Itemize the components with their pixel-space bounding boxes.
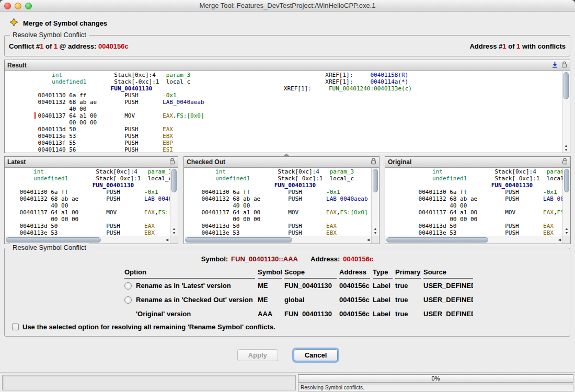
option-radio-0[interactable] (124, 282, 132, 290)
listing-token: PUSH (505, 229, 519, 236)
listing-line: 00401132 68 ab ae PUSH LAB_0040aeab (184, 195, 371, 202)
listing-token: FS:[0x0] (557, 209, 562, 216)
column-header-option: Option (124, 268, 255, 279)
listing-token: 40 00 (69, 106, 86, 112)
vertical-scrollbar[interactable]: ▲▼ (170, 168, 178, 236)
listing-token (477, 209, 505, 216)
listing-token (298, 209, 326, 216)
scrollbar-thumb[interactable] (6, 237, 101, 243)
listing-token: 0040113d 50 (38, 126, 76, 133)
horizontal-scrollbar[interactable]: ◀▶ (385, 236, 570, 244)
cell-address: 0040156c (339, 282, 370, 290)
listing-token: EAX (144, 209, 155, 216)
listing-token: FUN_00401130 (111, 85, 152, 92)
conflict-table-header: OptionSymbolScopeAddressTypePrimarySourc… (124, 268, 473, 279)
scrollbar-thumb[interactable] (171, 169, 177, 192)
scrollbar-thumb[interactable] (386, 237, 488, 243)
listing-line: 0040113e 53 PUSH EBX (7, 133, 562, 140)
listing-token (44, 168, 96, 175)
listing-line: 40 00 (184, 202, 371, 209)
lock-icon[interactable] (561, 61, 567, 70)
listing-token: 00401137 64 a1 00 (38, 112, 97, 119)
listing-token: PUSH (124, 133, 139, 140)
listing-token: XREF[1]: (284, 85, 329, 92)
listing-line: 00401137 64 a1 00 MOV EAX,FS:[0x0] (387, 209, 562, 216)
listing-token (139, 92, 163, 99)
latest-panel-title: Latest (7, 158, 169, 166)
listing-token: 0040113e 53 (20, 229, 58, 236)
listing-token (7, 92, 38, 99)
listing-token (387, 209, 419, 216)
listing-token: FS:[0x0] (177, 112, 204, 119)
option-radio-1[interactable] (124, 296, 132, 304)
lock-icon[interactable] (169, 157, 175, 167)
listing-line: 00401130 6a ff PUSH -0x1 (184, 189, 371, 195)
listing-token (7, 85, 111, 92)
listing-token (68, 175, 96, 182)
listing-token: FS:[0x0] (340, 209, 368, 216)
scrollbar-thumb[interactable] (564, 72, 569, 99)
listing-line: 00 00 00 (184, 216, 371, 223)
cell-primary: true (395, 296, 421, 304)
listing-token (7, 78, 52, 85)
horizontal-scrollbar[interactable]: ◀▶ (5, 236, 178, 244)
listing-token (302, 223, 326, 229)
scrollbar-arrows[interactable]: ▲▼ (372, 227, 379, 235)
listing-token: Stack[-0xc]:1 (278, 175, 329, 182)
latest-listing[interactable]: int Stack[0xc]:4 param_3 XREF[1]: 004011… (5, 168, 170, 236)
scrollbar-corner (170, 236, 178, 244)
listing-token: XREF[1]: (325, 72, 370, 78)
listing-token: LAB_0040aeab (543, 195, 562, 202)
listing-token (68, 189, 106, 195)
listing-line: 00401137 64 a1 00 MOV EAX,FS:[0x0] (5, 209, 170, 216)
cell-primary: true (395, 310, 421, 318)
listing-token: PUSH (124, 126, 139, 133)
titlebar[interactable]: Merge Tool: Features_DevTestProject:/Win… (0, 0, 575, 11)
result-listing[interactable]: int Stack[0xc]:4 param_3 XREF[1]: 004011… (5, 71, 562, 153)
scrollbar-thumb[interactable] (185, 237, 292, 243)
scrollbar-arrows[interactable]: ▲▼ (563, 227, 570, 235)
go-to-bottom-icon[interactable] (551, 61, 558, 70)
scrollbar-arrows[interactable]: ▲▼ (562, 144, 570, 152)
merge-banner-title: Merge of Symbol changes (23, 19, 107, 27)
vertical-scrollbar[interactable]: ▲▼ (562, 71, 570, 153)
listing-token (5, 189, 20, 195)
listing-token (184, 229, 202, 236)
listing-token: 0040113f 55 (38, 140, 76, 146)
listing-token: EBX (144, 229, 155, 236)
scrollbar-thumb[interactable] (564, 169, 569, 192)
listing-token (184, 202, 233, 209)
listing-line: 0040113e 53 PUSH EBX (184, 229, 371, 236)
apply-to-all-checkbox[interactable] (12, 324, 19, 330)
lock-icon[interactable] (562, 157, 568, 167)
listing-line: int Stack[0xc]:4 param_3 XREF[1]: 004011… (5, 168, 170, 175)
scrollbar-thumb[interactable] (373, 169, 378, 192)
listing-line: 00401137 64 a1 00 MOV EAX,FS:[0x0] (184, 209, 371, 216)
column-header-address: Address (339, 268, 370, 279)
listing-token (5, 175, 33, 182)
scrollbar-arrows[interactable]: ▲▼ (170, 227, 178, 235)
listing-token: -0x1 (163, 92, 177, 99)
cell-symbol: ME (258, 296, 282, 304)
listing-token: EAX (543, 223, 554, 229)
listing-line: 00401132 68 ab ae PUSH LAB_0040aeab (5, 195, 170, 202)
original-listing[interactable]: int Stack[0xc]:4 param_3 XREF[1]: 004011… (385, 168, 562, 236)
listing-line: 40 00 (5, 202, 170, 209)
lock-icon[interactable] (371, 157, 376, 167)
listing-line: 0040113d 50 PUSH EAX (7, 126, 562, 133)
horizontal-scrollbar[interactable]: ◀▶ (184, 236, 379, 244)
listing-token (190, 78, 325, 85)
listing-token (139, 140, 163, 146)
vertical-scrollbar[interactable]: ▲▼ (371, 168, 379, 236)
checked-out-listing[interactable]: int Stack[0xc]:4 param_3 XREF[1]: 004011… (184, 168, 371, 236)
vertical-scrollbar[interactable]: ▲▼ (562, 168, 570, 236)
listing-token (387, 202, 450, 209)
listing-cursor (34, 112, 36, 119)
apply-button[interactable]: Apply (237, 349, 278, 361)
listing-token: PUSH (124, 92, 139, 99)
listing-line: undefined1 Stack[-0xc]:1 local_c XREF[1]… (5, 175, 170, 182)
cancel-button[interactable]: Cancel (294, 349, 338, 361)
text-segment: @ address: (58, 42, 98, 50)
resolve-groupbox: Resolve Symbol Conflict Symbol: FUN_0040… (4, 248, 570, 337)
splitter-handle[interactable] (283, 154, 290, 156)
